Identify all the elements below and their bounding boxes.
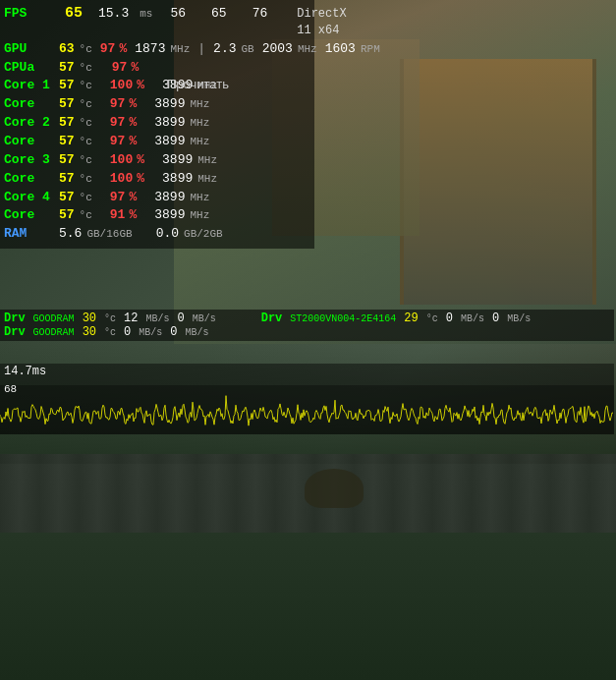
core-b-row: Core 57 °c 97 % 3899 MHz [4,133,308,151]
gpu-row: GPU 63 °c 97 % 1873 MHz | 2.3 GB 2003 MH… [4,40,308,59]
core-a-label: Core [4,95,55,114]
core-c-temp: 57 [59,170,75,189]
cpua-temp-unit: °c [80,61,92,77]
drv1-brand: GOODRAM [33,313,75,324]
cpua-load: 97 [112,59,128,78]
drv3-brand: GOODRAM [33,327,75,338]
core2-row: Core 2 57 °c 97 % 3899 MHz [4,114,308,133]
core2-load: 97 [110,114,126,133]
tooltip-text: Прочитать [167,77,229,91]
core2-label: Core 2 [4,114,55,133]
ram-used: 5.6 [59,225,82,244]
core-b-temp: 57 [59,133,75,151]
hud-overlay: FPS 65 15.3 ms 56 65 76 DirectX 11 x64 G… [0,0,616,680]
frametime-scale: 68 [0,379,614,385]
drv3-temp: 30 [83,325,96,339]
gpu-gb: 2.3 [213,40,236,59]
gpu-temp-unit: °c [80,42,92,58]
core1-temp-unit: °c [80,79,92,94]
gpu-gb-unit: GB [241,42,253,58]
core-b-label: Core [4,133,55,151]
core-d-label: Core [4,206,55,225]
drv2-label: Drv [261,312,283,325]
core-a-row: Core 57 °c 97 % 3899 MHz [4,95,308,114]
core-b-load: 97 [110,133,126,151]
drive-row-3: Drv GOODRAM 30 °c 0 MB/s 0 MB/s [4,325,610,339]
gpu-mhz: 1873 [135,40,165,59]
drv2-model: ST2000VN004-2E4164 [290,313,396,324]
drive-row-1-2: Drv GOODRAM 30 °c 12 MB/s 0 MB/s Drv ST2… [4,312,610,325]
core4-row: Core 4 57 °c 97 % 3899 MHz [4,189,308,207]
gpu-mhz2: 2003 [262,40,293,59]
fps-76: 76 [252,5,268,24]
core-a-load: 97 [110,95,126,114]
cpua-row: CPUa 57 °c 97 % [4,59,308,78]
fps-ms: 15.3 [98,5,129,24]
drv1-label: Drv [4,312,26,325]
core-d-row: Core 57 °c 91 % 3899 MHz [4,206,308,225]
core-c-row: Core 57 °c 100 % 3899 MHz [4,170,308,189]
core4-temp: 57 [59,189,75,207]
cpua-load-unit: % [131,59,139,78]
tooltip: Прочитать [167,77,229,91]
core4-mhz: 3899 [154,189,185,207]
frametime-graph-container: 14.7ms 68 [0,364,614,434]
core1-row: Core 1 57 °c 100 % 3899 MHz [4,77,308,95]
stats-panel: FPS 65 15.3 ms 56 65 76 DirectX 11 x64 G… [0,0,314,249]
drv3-write: 0 [170,325,177,339]
core-a-temp: 57 [59,95,75,114]
frametime-scale-val: 68 [4,383,17,395]
gpu-load: 97 [100,40,116,59]
core4-label: Core 4 [4,189,55,207]
core1-load-unit: % [137,77,144,95]
gpu-mhz-unit: MHz [170,42,190,58]
drv3-label: Drv [4,325,26,339]
gpu-load-unit: % [119,40,127,59]
fps-65-2: 65 [211,5,227,24]
ram-val2: 0.0 [156,225,179,244]
ram-total: GB/16GB [86,227,132,243]
drv1-temp: 30 [83,312,96,325]
core-b-mhz: 3899 [154,133,185,151]
frametime-graph [0,385,614,434]
core-c-load: 100 [110,170,133,189]
core3-label: Core 3 [4,151,55,170]
gpu-label: GPU [4,40,55,59]
core-c-mhz: 3899 [162,170,193,189]
directx-info: DirectX 11 x64 [297,6,346,40]
core4-load: 97 [110,189,126,207]
frametime-header: 14.7ms [0,364,614,379]
fps-label: FPS [4,5,55,24]
fps-ms-unit: ms [140,7,152,23]
fps-value: 65 [65,3,83,25]
drv2-write: 0 [492,312,499,325]
core2-temp: 57 [59,114,75,133]
gpu-rpm: 1603 [325,40,356,59]
drive-panel: Drv GOODRAM 30 °c 12 MB/s 0 MB/s Drv ST2… [0,310,614,341]
core2-mhz: 3899 [154,114,185,133]
core3-row: Core 3 57 °c 100 % 3899 MHz [4,151,308,170]
core1-load: 100 [110,77,133,95]
core1-temp: 57 [59,77,75,95]
fps-row: FPS 65 15.3 ms 56 65 76 DirectX 11 x64 [4,3,308,40]
ram-label: RAM [4,225,55,244]
drv2-read: 0 [446,312,453,325]
drv1-read: 12 [124,312,138,325]
frametime-label: 14.7ms [4,365,46,378]
fps-56: 56 [170,5,186,24]
core-c-label: Core [4,170,55,189]
ram-row: RAM 5.6 GB/16GB 0.0 GB/2GB [4,225,308,244]
gpu-temp: 63 [59,40,75,59]
core1-label: Core 1 [4,77,55,95]
ram-total2: GB/2GB [184,227,223,243]
drv2-temp: 29 [404,312,418,325]
gpu-rpm-unit: RPM [361,42,380,58]
core3-temp: 57 [59,151,75,170]
core-a-mhz: 3899 [154,95,185,114]
drv1-write: 0 [177,312,184,325]
core-d-load: 91 [110,206,126,225]
cpua-label: CPUa [4,59,55,78]
core-d-temp: 57 [59,206,75,225]
core3-load: 100 [110,151,133,170]
core3-mhz: 3899 [162,151,193,170]
